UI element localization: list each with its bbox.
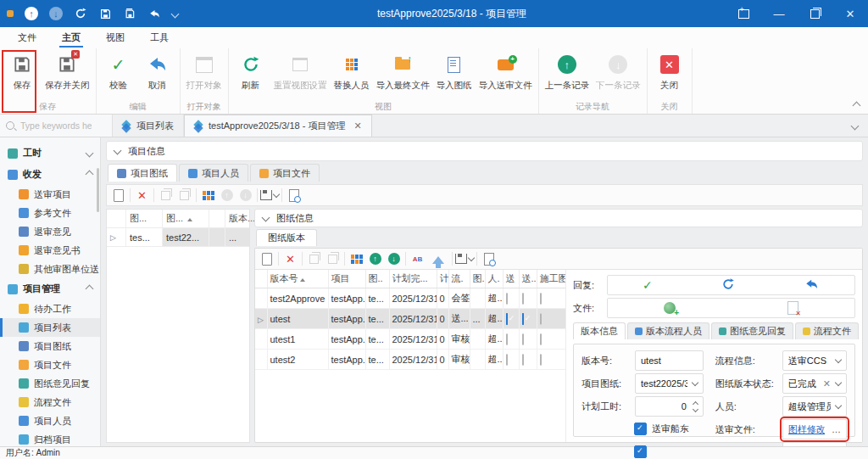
column-header[interactable]: 图. — [470, 270, 485, 288]
record-down-icon[interactable]: ↓ — [49, 7, 63, 20]
checkbox[interactable] — [503, 309, 519, 329]
save-view-icon[interactable] — [260, 187, 279, 204]
column-header[interactable] — [209, 210, 225, 227]
sidebar-scrollbar[interactable] — [97, 168, 99, 212]
checkbox[interactable] — [503, 350, 519, 370]
sidebar-item-project-personnel[interactable]: 项目人员 — [0, 411, 100, 430]
tab-close-icon[interactable]: ✕ — [353, 120, 361, 132]
row-expander-icon[interactable]: ▷ — [255, 309, 267, 329]
checkbox[interactable] — [519, 288, 537, 309]
column-chooser-icon[interactable] — [199, 187, 217, 204]
import-final-file-button[interactable]: ↑ 导入最终文件 — [373, 51, 433, 92]
tab-version-info[interactable]: 版本信息 — [573, 322, 626, 339]
sidebar-item-other-review-unit[interactable]: 其他审图单位送 — [0, 260, 100, 278]
sidebar-item-project-list[interactable]: 项目列表 — [0, 318, 100, 337]
checkbox[interactable] — [519, 350, 537, 370]
save-button[interactable]: 保存 — [3, 51, 42, 92]
sidebar-item-submit-project[interactable]: 送审项目 — [0, 185, 100, 204]
sidebar-item-project-drawings[interactable]: 项目图纸 — [0, 337, 100, 355]
sidebar-item-drawing-opinion-reply[interactable]: 图纸意见回复 — [0, 374, 100, 393]
tab-drawing-version[interactable]: 图纸版本 — [256, 229, 317, 246]
tree-data-row[interactable]: ▷ tes... test22... ... utest... — [107, 228, 249, 247]
column-header[interactable]: 计划完... — [389, 270, 437, 288]
tab-project-files[interactable]: 项目文件 — [250, 164, 320, 182]
column-header[interactable]: 计 — [437, 270, 448, 288]
tab-process-files[interactable]: 流程文件 — [795, 322, 859, 339]
checkbox[interactable] — [519, 329, 537, 350]
column-header[interactable]: 项目 — [328, 270, 365, 288]
reply-refresh-icon[interactable] — [721, 277, 735, 293]
sidebar-search[interactable] — [0, 115, 113, 137]
search-input[interactable] — [19, 120, 93, 132]
upload-icon[interactable] — [427, 250, 449, 267]
column-header[interactable]: 送.. — [519, 270, 537, 288]
checkbox[interactable] — [537, 329, 565, 350]
doc-tab-project-list[interactable]: 项目列表 — [113, 115, 184, 137]
row-expander-icon[interactable]: ▷ — [107, 228, 126, 246]
sidebar-item-todo-work[interactable]: 待办工作 — [0, 299, 100, 318]
checkbox[interactable] — [519, 309, 537, 329]
sidebar-item-return-opinion-book[interactable]: 退审意见书 — [0, 241, 100, 260]
open-web-file-icon[interactable] — [664, 302, 676, 314]
import-drawing-button[interactable]: 导入图纸 — [433, 51, 476, 92]
save-icon[interactable] — [98, 7, 112, 20]
menu-home[interactable]: 主页 — [49, 27, 93, 48]
reply-undo-icon[interactable] — [804, 278, 820, 292]
save-view-icon[interactable] — [455, 250, 474, 267]
version-row[interactable]: utest2 testApp... te... 2025/12/31 0 审核 … — [255, 350, 565, 370]
checkbox-icon[interactable] — [634, 423, 647, 435]
column-header[interactable]: 图... — [126, 210, 163, 227]
move-down-icon[interactable]: ↓ — [385, 250, 403, 267]
save-all-icon[interactable] — [123, 7, 136, 20]
cancel-button[interactable]: 取消 — [138, 51, 177, 92]
checkbox[interactable] — [503, 329, 519, 350]
doc-tab-active-project[interactable]: testApprove2025/3/18 - 项目管理 ✕ — [184, 115, 372, 137]
tabstrip-overflow-chevron-icon[interactable] — [852, 115, 868, 137]
restore-button[interactable] — [797, 0, 832, 27]
version-status-select[interactable]: 已完成✕ — [782, 373, 847, 394]
refresh-icon[interactable] — [74, 7, 87, 20]
checkbox[interactable] — [537, 350, 565, 370]
project-drawing-select[interactable]: test22025/3/18 — [635, 373, 704, 394]
sidebar-item-project-files[interactable]: 项目文件 — [0, 355, 100, 374]
submit-file-field[interactable]: 图样修改通知单.pdf … — [782, 419, 847, 439]
checkbox-submit-shipowner[interactable]: 送审船东 — [581, 420, 704, 437]
preview-icon[interactable] — [480, 250, 498, 267]
record-up-icon[interactable]: ↑ — [25, 7, 38, 20]
preview-icon[interactable] — [285, 187, 303, 204]
sidebar-item-process-files[interactable]: 流程文件 — [0, 393, 100, 411]
browse-ellipsis-button[interactable]: … — [828, 424, 841, 434]
checkbox[interactable] — [503, 288, 519, 309]
sidebar-group-worktime[interactable]: 工时 — [0, 143, 100, 164]
column-header[interactable]: 送 — [503, 270, 519, 288]
tab-version-process-personnel[interactable]: 版本流程人员 — [627, 322, 709, 339]
move-up-icon[interactable]: ↑ — [366, 250, 384, 267]
tab-project-drawings[interactable]: 项目图纸 — [108, 164, 177, 182]
refresh-button[interactable]: 刷新 — [231, 51, 270, 92]
menu-file[interactable]: 文件 — [5, 27, 49, 48]
verify-button[interactable]: ✓ 校验 — [99, 51, 138, 92]
version-number-input[interactable]: utest — [635, 350, 704, 371]
version-row-selected[interactable]: ▷ utest testApp... te... 2025/12/31 0 送.… — [255, 309, 565, 329]
delete-icon[interactable]: ✕ — [133, 187, 151, 204]
tab-project-personnel[interactable]: 项目人员 — [179, 164, 248, 182]
sidebar-item-return-opinion[interactable]: 退审意见 — [0, 222, 100, 241]
sidebar-group-project-management[interactable]: 项目管理 — [0, 278, 100, 299]
tab-drawing-opinion-reply[interactable]: 图纸意见回复 — [711, 322, 793, 339]
column-header[interactable]: 图... — [163, 210, 209, 227]
column-header[interactable]: 施工图 — [537, 270, 565, 288]
checkbox[interactable] — [537, 309, 565, 329]
approve-check-icon[interactable]: ✓ — [643, 279, 653, 291]
column-header[interactable]: 人. — [485, 270, 503, 288]
close-button[interactable]: ✕ — [832, 0, 868, 27]
version-row[interactable]: test2Approve testApp... te... 2025/12/31… — [255, 288, 565, 309]
clear-icon[interactable]: ✕ — [823, 378, 831, 389]
spinner-arrows-icon[interactable] — [693, 402, 698, 411]
sidebar-group-send-receive[interactable]: 收发 — [0, 164, 100, 185]
minimize-button[interactable]: — — [761, 0, 797, 27]
column-header[interactable]: 图.. — [365, 270, 389, 288]
drawing-info-header[interactable]: 图纸信息 — [254, 209, 863, 227]
new-item-icon[interactable] — [109, 187, 127, 204]
version-row[interactable]: utest1 testApp... te... 2025/12/31 0 审核 … — [255, 329, 565, 350]
menu-view[interactable]: 视图 — [93, 27, 137, 48]
